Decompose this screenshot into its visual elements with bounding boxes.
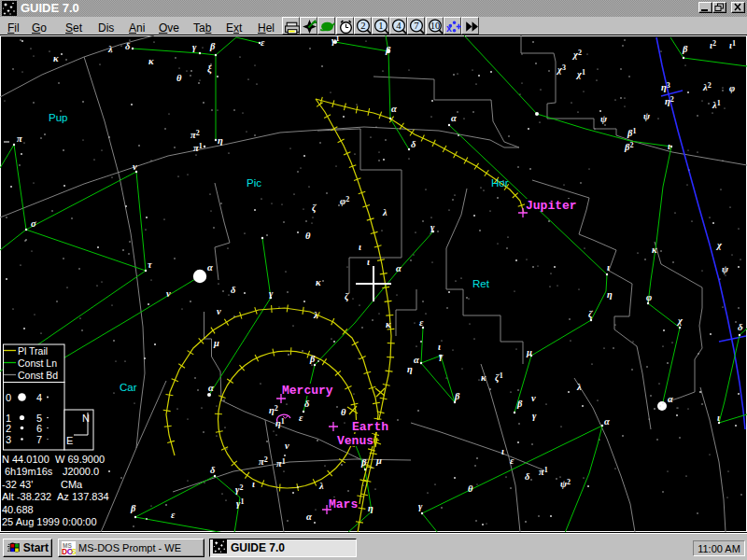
svg-text:σ: σ	[31, 218, 36, 229]
svg-text:0: 0	[6, 392, 11, 403]
svg-text:ν: ν	[166, 288, 171, 299]
svg-text:ε: ε	[171, 510, 176, 520]
svg-text:CMa: CMa	[61, 479, 83, 490]
svg-text:β: β	[130, 503, 136, 513]
svg-text:τ: τ	[148, 259, 152, 270]
svg-text:ε: ε	[510, 455, 514, 466]
svg-text:β: β	[309, 354, 316, 364]
svg-text:μ: μ	[213, 338, 219, 348]
svg-text:Pl Trail: Pl Trail	[18, 345, 48, 357]
svg-text:E: E	[66, 435, 73, 446]
svg-text:ζ: ζ	[345, 291, 349, 302]
svg-text:-32 43': -32 43'	[2, 479, 33, 490]
svg-text:ν: ν	[531, 393, 536, 403]
svg-text:ψ: ψ	[643, 111, 651, 121]
svg-text:λ: λ	[313, 310, 318, 320]
svg-text:λ: λ	[382, 207, 388, 217]
svg-text:π: π	[17, 133, 22, 144]
svg-text:J2000.0: J2000.0	[63, 466, 99, 477]
svg-text:η: η	[407, 364, 413, 374]
svg-text:α: α	[451, 113, 457, 123]
svg-text:ι: ι	[717, 413, 720, 423]
svg-text:Ret: Ret	[472, 278, 490, 289]
svg-text:6h19m16s: 6h19m16s	[5, 466, 53, 477]
svg-text:25 Aug 1999 0:00:00: 25 Aug 1999 0:00:00	[2, 516, 97, 527]
svg-text:1: 1	[378, 21, 383, 31]
svg-text:θ: θ	[305, 231, 311, 241]
svg-text:Az 137.834: Az 137.834	[57, 491, 109, 502]
svg-text:δ: δ	[304, 399, 310, 409]
svg-text:ν: ν	[133, 161, 137, 172]
svg-text:Pup: Pup	[49, 112, 67, 123]
svg-text:θ: θ	[176, 73, 182, 83]
svg-text:α: α	[396, 263, 402, 273]
svg-text:4: 4	[36, 392, 42, 403]
svg-text:δ: δ	[411, 139, 416, 149]
svg-text:7: 7	[415, 21, 419, 31]
svg-text:Hor: Hor	[491, 177, 509, 189]
svg-text:Mars: Mars	[329, 497, 358, 511]
svg-text:Venus: Venus	[337, 434, 374, 448]
svg-text:δ: δ	[525, 471, 530, 482]
svg-text:Jupiter: Jupiter	[526, 199, 577, 213]
svg-text:γ: γ	[439, 351, 444, 361]
svg-text:κ: κ	[481, 372, 486, 383]
svg-text:λ: λ	[576, 382, 582, 392]
svg-text:ν: ν	[285, 441, 289, 451]
svg-text:W 69.9000: W 69.9000	[55, 454, 105, 465]
svg-text:δ: δ	[738, 322, 743, 332]
svg-text:β: β	[682, 44, 688, 54]
svg-text:N 44.0100: N 44.0100	[2, 454, 49, 465]
svg-text:3: 3	[6, 434, 11, 445]
svg-text:δ: δ	[210, 465, 216, 475]
svg-text:χ: χ	[676, 315, 684, 326]
svg-text:φ: φ	[729, 83, 735, 93]
svg-text:β: β	[454, 391, 460, 401]
svg-text:ζ: ζ	[588, 309, 593, 320]
svg-text:Mercury: Mercury	[282, 384, 333, 398]
svg-text:θ: θ	[341, 407, 346, 417]
svg-text:ι: ι	[252, 479, 255, 489]
svg-text:α: α	[306, 511, 312, 522]
svg-text:η: η	[218, 135, 223, 146]
svg-text:β: β	[360, 457, 367, 468]
svg-text:β: β	[516, 399, 523, 409]
svg-text:Earth: Earth	[352, 420, 388, 434]
svg-text:μ: μ	[375, 455, 382, 466]
svg-text:Const Ln: Const Ln	[18, 357, 57, 369]
svg-text:κ: κ	[53, 53, 59, 63]
svg-text:ε: ε	[299, 413, 303, 423]
svg-text:ν: ν	[217, 306, 221, 316]
svg-text:2: 2	[360, 21, 365, 31]
svg-text:S: S	[71, 547, 76, 555]
svg-text:α: α	[207, 262, 213, 273]
svg-text:ι: ι	[668, 141, 670, 151]
svg-text:λ: λ	[107, 44, 113, 54]
svg-text:α: α	[414, 355, 419, 365]
svg-text:ι: ι	[607, 262, 610, 273]
svg-text:α: α	[604, 416, 610, 427]
svg-text:θ: θ	[468, 483, 473, 494]
svg-text:ε: ε	[261, 37, 265, 48]
svg-text:4: 4	[397, 21, 402, 31]
svg-text:Car: Car	[120, 382, 137, 393]
svg-text:ζ: ζ	[312, 203, 317, 214]
svg-text:ι: ι	[359, 242, 361, 252]
svg-text:Const Bd: Const Bd	[18, 370, 58, 381]
svg-text:κ: κ	[386, 319, 391, 329]
svg-text:μ: μ	[526, 347, 532, 357]
svg-text:ψ: ψ	[722, 264, 729, 274]
svg-text:η: η	[607, 289, 613, 300]
svg-text:γ: γ	[269, 288, 274, 299]
svg-text:ι: ι	[501, 446, 504, 456]
svg-text:Alt -38.232: Alt -38.232	[2, 491, 51, 502]
svg-text:η: η	[368, 503, 374, 513]
svg-text:γ: γ	[532, 411, 537, 421]
svg-text:κ: κ	[148, 56, 154, 66]
svg-text:7: 7	[36, 434, 42, 445]
svg-text:χ: χ	[715, 240, 723, 250]
svg-text:β: β	[209, 41, 216, 51]
svg-text:N: N	[82, 413, 90, 424]
svg-text:ξ: ξ	[207, 63, 212, 75]
svg-text:κ: κ	[652, 245, 657, 255]
